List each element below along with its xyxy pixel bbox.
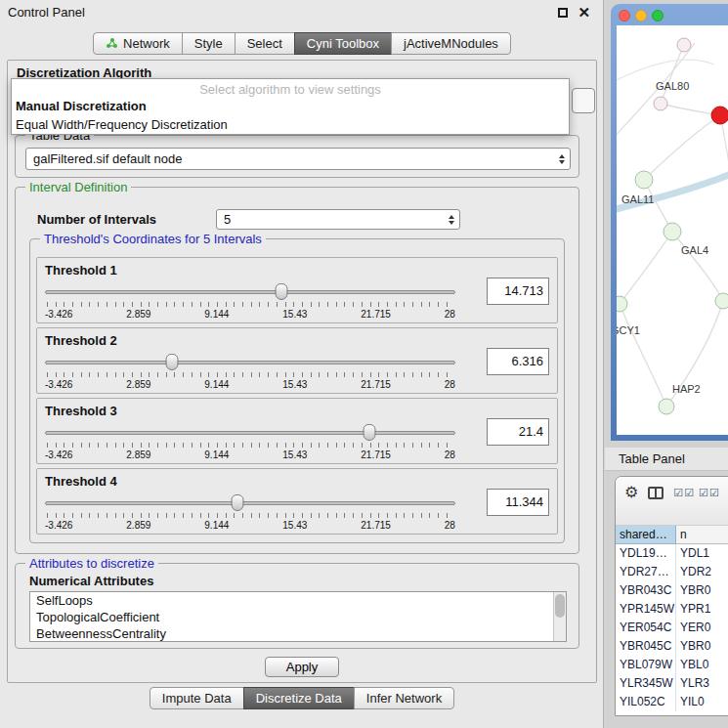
algorithm-combo[interactable] <box>572 88 595 113</box>
scale-label: -3.426 <box>45 450 72 460</box>
network-edge[interactable] <box>620 232 672 304</box>
table-row[interactable]: YBR043CYBR0 <box>616 581 728 600</box>
tab-jactivemnodules[interactable]: jActiveMNodules <box>391 32 511 55</box>
slider-track[interactable] <box>45 290 455 294</box>
column-header-shared[interactable]: shared… <box>616 526 676 544</box>
float-window-icon[interactable] <box>558 8 568 18</box>
threshold-value-box[interactable]: 6.316 <box>487 348 549 375</box>
tab-cyni-toolbox[interactable]: Cyni Toolbox <box>294 32 392 55</box>
tab-select[interactable]: Select <box>235 32 295 55</box>
table-row[interactable]: YDL19…YDL1 <box>616 544 728 563</box>
scale-label: 28 <box>445 450 455 460</box>
network-node[interactable] <box>635 171 653 189</box>
apply-button[interactable]: Apply <box>265 657 339 677</box>
network-edge[interactable] <box>672 232 723 301</box>
slider-thumb[interactable] <box>232 494 244 511</box>
network-edge[interactable] <box>620 304 666 407</box>
network-node[interactable] <box>677 38 691 52</box>
table-row[interactable]: YBR045CYBR0 <box>616 637 728 656</box>
cell-shared-name: YER054C <box>616 619 676 637</box>
table-row[interactable]: YPR145WYPR1 <box>616 600 728 619</box>
slider-track[interactable] <box>45 361 455 364</box>
thresholds-group-title: Threshold's Coordinates for 5 Intervals <box>40 232 266 246</box>
algorithm-option[interactable]: Manual Discretization <box>12 97 569 115</box>
num-intervals-value: 5 <box>224 212 231 227</box>
attributes-list[interactable]: SelfLoopsTopologicalCoefficientBetweenne… <box>29 591 567 642</box>
tab-infer-network[interactable]: Infer Network <box>354 687 454 709</box>
control-panel: Control Panel ✕ NetworkStyleSelectCyni T… <box>0 0 604 728</box>
scale-label: 15.43 <box>282 309 307 320</box>
table-row[interactable]: YLR345WYLR3 <box>616 674 728 693</box>
attribute-list-item[interactable]: BetweennessCentrality <box>30 625 566 642</box>
cell-name: YIL0 <box>676 693 728 711</box>
scale-label: 28 <box>445 379 455 390</box>
network-edge[interactable] <box>644 115 720 180</box>
table-row[interactable]: YDR27…YDR2 <box>616 563 728 581</box>
threshold-slider[interactable]: -3.4262.8599.14415.4321.71528 <box>45 283 455 321</box>
network-node[interactable] <box>617 296 627 312</box>
network-node[interactable] <box>715 293 728 309</box>
scale-label: 2.859 <box>126 520 150 531</box>
threshold-slider[interactable]: -3.4262.8599.14415.4321.71528 <box>45 424 455 461</box>
network-edge[interactable] <box>617 172 728 211</box>
table-data-select[interactable]: galFiltered.sif default node <box>25 148 571 170</box>
slider-thumb[interactable] <box>166 354 179 370</box>
cell-name: YER0 <box>676 619 728 637</box>
column-checkboxes-icon[interactable]: ☑☑ ☑☑ <box>673 487 720 499</box>
network-edge[interactable] <box>617 43 695 143</box>
close-icon[interactable]: ✕ <box>578 4 590 21</box>
table-row[interactable]: YBL079WYBL0 <box>616 656 728 674</box>
threshold-value-box[interactable]: 14.713 <box>487 278 549 305</box>
threshold-label: Threshold 2 <box>45 333 117 348</box>
attributes-items: SelfLoopsTopologicalCoefficientBetweenne… <box>30 592 566 642</box>
table-row[interactable]: YIL052CYIL0 <box>616 693 728 711</box>
tab-label: Network <box>123 36 170 51</box>
network-canvas[interactable]: GAL80GAL11GAL4GCY1HAP2 <box>617 25 728 435</box>
slider-scale: -3.4262.8599.14415.4321.71528 <box>45 450 455 460</box>
cell-name: YBR0 <box>676 637 728 656</box>
threshold-value-box[interactable]: 11.344 <box>487 489 549 516</box>
attributes-group-title: Attributes to discretize <box>25 556 158 571</box>
cell-shared-name: YDR27… <box>616 563 676 581</box>
algorithm-option[interactable]: Equal Width/Frequency Discretization <box>12 115 569 134</box>
threshold-panel: Threshold 4-3.4262.8599.14415.4321.71528… <box>36 468 558 535</box>
network-edge[interactable] <box>720 115 728 211</box>
slider-thumb[interactable] <box>276 283 288 300</box>
slider-track[interactable] <box>45 431 455 435</box>
table-row[interactable]: YER054CYER0 <box>616 619 728 637</box>
network-node[interactable] <box>659 399 674 414</box>
slider-ticks-icon <box>47 372 453 377</box>
network-node[interactable] <box>711 107 728 124</box>
columns-icon[interactable] <box>648 487 664 499</box>
attribute-list-item[interactable]: SelfLoops <box>30 592 566 609</box>
cell-shared-name: YPR145W <box>616 600 676 619</box>
network-view-window[interactable]: GAL80GAL11GAL4GCY1HAP2 <box>611 4 728 441</box>
threshold-slider[interactable]: -3.4262.8599.14415.4321.71528 <box>45 494 455 532</box>
scrollbar[interactable] <box>553 592 566 641</box>
column-header-name[interactable]: n <box>676 526 728 544</box>
zoom-traffic-light-icon[interactable] <box>652 10 664 21</box>
cell-name: YBR0 <box>676 581 728 600</box>
tab-network[interactable]: Network <box>93 32 183 55</box>
tab-discretize-data[interactable]: Discretize Data <box>243 687 355 709</box>
slider-track[interactable] <box>45 501 455 505</box>
slider-thumb[interactable] <box>363 424 375 441</box>
attribute-list-item[interactable]: TopologicalCoefficient <box>30 609 566 625</box>
minimize-traffic-light-icon[interactable] <box>635 10 647 21</box>
threshold-slider[interactable]: -3.4262.8599.14415.4321.71528 <box>45 354 455 391</box>
network-node[interactable] <box>664 223 681 240</box>
gear-icon[interactable]: ⚙ <box>624 485 638 500</box>
network-edge[interactable] <box>661 45 684 104</box>
tab-label: jActiveMNodules <box>404 36 498 51</box>
num-intervals-select[interactable]: 5 <box>216 209 460 230</box>
scrollbar-thumb[interactable] <box>555 594 565 618</box>
tab-style[interactable]: Style <box>182 32 236 55</box>
threshold-value-box[interactable]: 21.4 <box>487 418 549 446</box>
cell-name: YPR1 <box>676 600 728 619</box>
scale-label: 21.715 <box>361 309 391 320</box>
network-node[interactable] <box>654 97 667 110</box>
close-traffic-light-icon[interactable] <box>619 10 630 21</box>
network-icon <box>106 37 118 50</box>
tab-impute-data[interactable]: Impute Data <box>150 687 244 709</box>
threshold-panel: Threshold 1-3.4262.8599.14415.4321.71528… <box>36 257 558 323</box>
